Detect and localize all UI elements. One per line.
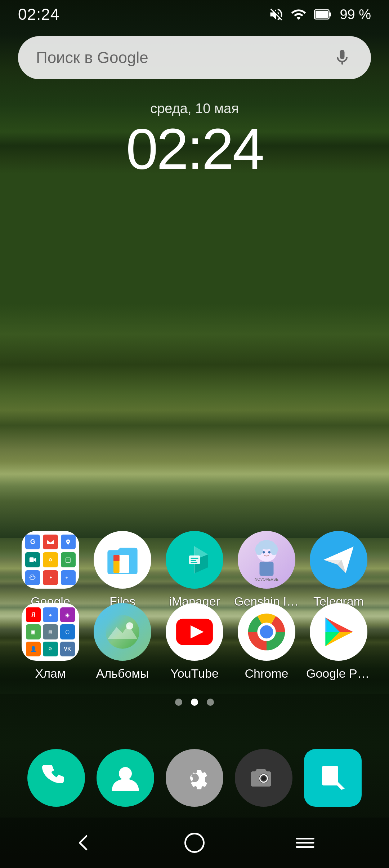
- purple-mini: ◉: [60, 607, 75, 622]
- app-row-1: G + Goog: [0, 531, 389, 608]
- vk-mini: VK: [60, 642, 75, 656]
- datetime-widget: среда, 10 мая 02:24: [0, 101, 389, 178]
- orange-mini: 👤: [26, 642, 41, 656]
- app-chrome[interactable]: Chrome: [234, 603, 299, 681]
- svg-point-37: [185, 833, 204, 852]
- yandex-mini: Я: [26, 607, 41, 622]
- nav-menu-button[interactable]: [287, 828, 323, 857]
- status-icons: 99 %: [268, 6, 371, 22]
- drive-icon: [25, 570, 40, 585]
- svg-rect-38: [296, 838, 314, 840]
- xlam-folder-icon: Я ● ◉ ▣ ▤ ⬡ 👤: [22, 603, 79, 661]
- nav-bar: [0, 818, 389, 868]
- dock-notes[interactable]: [304, 749, 362, 807]
- svg-rect-14: [191, 558, 198, 559]
- svg-point-26: [126, 622, 133, 629]
- time-display: 02:24: [0, 120, 389, 178]
- nav-back-button[interactable]: [66, 828, 102, 857]
- wifi-icon: [291, 6, 307, 22]
- green-mini: ▣: [26, 624, 41, 639]
- svg-point-5: [49, 559, 51, 561]
- app-xlam[interactable]: Я ● ◉ ▣ ▤ ⬡ 👤: [18, 603, 83, 681]
- svg-rect-16: [191, 562, 197, 563]
- page-dot-2[interactable]: [191, 699, 198, 706]
- notes-icon: [304, 749, 362, 807]
- app-chrome-label: Chrome: [245, 666, 289, 681]
- imanager-icon: [166, 531, 223, 589]
- svg-text:NOVOVERSE: NOVOVERSE: [255, 578, 278, 582]
- search-bar[interactable]: Поиск в Google: [18, 36, 371, 79]
- dock-camera[interactable]: [235, 749, 292, 807]
- page-dot-1[interactable]: [175, 699, 182, 706]
- app-genshin[interactable]: NOVOVERSE Genshin Im...: [234, 531, 299, 608]
- app-googleplay[interactable]: Google Play: [306, 603, 371, 681]
- youtube-mini-icon: [43, 570, 58, 585]
- maps-icon: [61, 535, 76, 549]
- date-display: среда, 10 мая: [0, 101, 389, 116]
- svg-rect-23: [260, 562, 274, 576]
- blue2-mini: ⬡: [60, 624, 75, 639]
- dock: [0, 749, 389, 807]
- svg-point-30: [260, 625, 273, 639]
- googleplay-icon: [310, 603, 367, 661]
- app-imanager[interactable]: iManager: [162, 531, 227, 608]
- google-folder-icon: G +: [22, 531, 79, 589]
- teal-mini: ⚙: [43, 642, 58, 656]
- svg-text:+: +: [66, 575, 68, 580]
- app-albums[interactable]: Альбомы: [90, 603, 155, 681]
- contacts-icon: [97, 749, 154, 807]
- nav-home-button[interactable]: [176, 828, 213, 857]
- svg-point-20: [270, 544, 278, 555]
- mic-icon[interactable]: [331, 47, 353, 68]
- dock-phone[interactable]: [27, 749, 85, 807]
- svg-rect-15: [191, 560, 196, 561]
- search-placeholder: Поиск в Google: [36, 49, 331, 67]
- svg-rect-1: [316, 11, 328, 18]
- page-dot-3[interactable]: [207, 699, 214, 706]
- svg-point-34: [261, 776, 266, 781]
- page-indicators: [0, 699, 389, 706]
- app-xlam-label: Хлам: [35, 666, 66, 681]
- svg-point-25: [106, 615, 139, 648]
- app-google[interactable]: G + Goog: [18, 531, 83, 608]
- genshin-icon: NOVOVERSE: [238, 531, 295, 589]
- settings-icon: [166, 749, 223, 807]
- phone-icon: [27, 749, 85, 807]
- svg-rect-36: [327, 766, 337, 785]
- meet-icon: [25, 552, 40, 567]
- g-icon: G: [25, 535, 40, 549]
- svg-point-21: [263, 551, 265, 554]
- dock-settings[interactable]: [166, 749, 223, 807]
- app-albums-label: Альбомы: [96, 666, 149, 681]
- mute-icon: [268, 6, 284, 22]
- svg-rect-12: [113, 555, 120, 561]
- screen-mini: ▤: [43, 624, 58, 639]
- svg-rect-2: [329, 13, 331, 17]
- albums-icon: [94, 603, 151, 661]
- status-time: 02:24: [18, 5, 59, 23]
- photos-icon: [43, 552, 58, 567]
- telegram-icon: [310, 531, 367, 589]
- app-googleplay-label: Google Play: [306, 666, 371, 681]
- youtube-icon: [166, 603, 223, 661]
- chrome-icon: [238, 603, 295, 661]
- battery-percent: 99 %: [340, 7, 371, 22]
- app-telegram[interactable]: Telegram: [306, 531, 371, 608]
- svg-rect-40: [296, 846, 314, 848]
- svg-rect-39: [296, 842, 314, 844]
- camera-icon: [235, 749, 292, 807]
- gplus-icon: +: [61, 570, 76, 585]
- battery-icon: [313, 6, 333, 22]
- app-youtube-label: YouTube: [170, 666, 219, 681]
- svg-rect-6: [66, 558, 71, 563]
- svg-rect-3: [29, 557, 33, 562]
- gmail-icon: [43, 535, 58, 549]
- dock-contacts[interactable]: [97, 749, 154, 807]
- status-bar: 02:24 99 %: [0, 0, 389, 29]
- blue-mini: ●: [43, 607, 58, 622]
- app-files[interactable]: Files: [90, 531, 155, 608]
- app-youtube[interactable]: YouTube: [162, 603, 227, 681]
- svg-point-19: [255, 544, 263, 555]
- svg-point-31: [119, 767, 132, 780]
- calendar-icon: [61, 552, 76, 567]
